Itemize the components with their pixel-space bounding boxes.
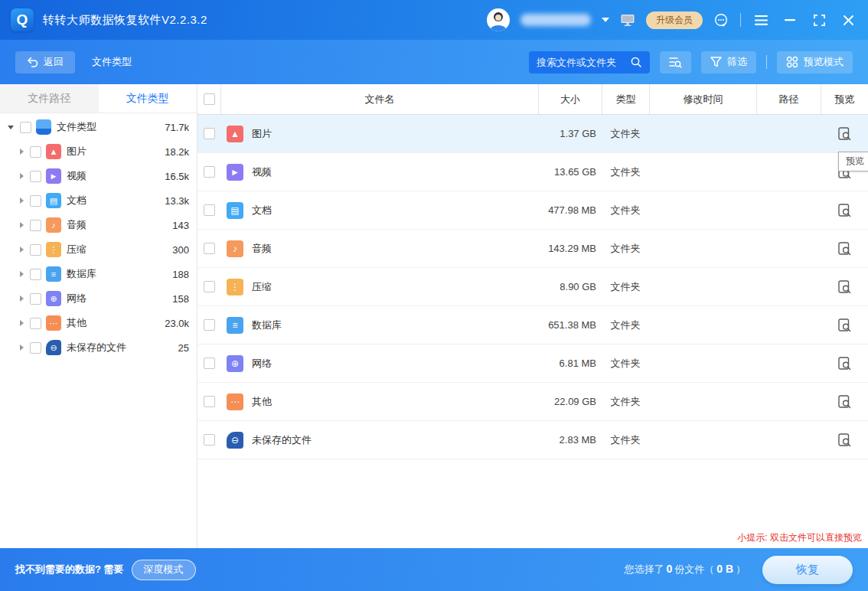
- preview-cell: [821, 202, 868, 219]
- tree-item-network[interactable]: ⊕网络158: [0, 286, 197, 311]
- tree-item-other[interactable]: ⋯其他23.0k: [0, 311, 197, 335]
- row-checkbox[interactable]: [204, 396, 215, 407]
- tree-item-image[interactable]: ▲图片18.2k: [0, 139, 197, 164]
- monitor-icon[interactable]: [620, 13, 635, 27]
- filter-button[interactable]: 筛选: [701, 51, 756, 73]
- tree-item-unsaved[interactable]: ⊖未保存的文件25: [0, 335, 197, 360]
- preview-button[interactable]: [837, 126, 853, 142]
- tree-item-count: 300: [172, 244, 189, 256]
- tree-checkbox[interactable]: [30, 269, 41, 280]
- tree-item-video[interactable]: ►视频16.5k: [0, 164, 197, 188]
- column-header-type[interactable]: 类型: [602, 84, 649, 114]
- back-button[interactable]: 返回: [15, 51, 75, 73]
- fullscreen-button[interactable]: [810, 11, 828, 29]
- expand-arrow-right-icon[interactable]: [20, 222, 24, 228]
- preview-button[interactable]: [837, 202, 853, 219]
- table-row[interactable]: ▲图片1.37 GB文件夹: [197, 115, 868, 153]
- tree-checkbox[interactable]: [30, 195, 41, 207]
- tree-item-count: 143: [172, 220, 189, 231]
- menu-hamburger-icon[interactable]: [752, 11, 770, 29]
- table-row[interactable]: ⋯其他22.09 GB文件夹: [197, 383, 868, 421]
- row-checkbox[interactable]: [204, 358, 215, 369]
- minimize-button[interactable]: [781, 11, 799, 29]
- recover-button[interactable]: 恢复: [762, 556, 853, 584]
- expand-arrow-right-icon[interactable]: [20, 247, 24, 253]
- expand-arrow-right-icon[interactable]: [20, 296, 24, 302]
- search-in-list-button[interactable]: [660, 51, 691, 73]
- tree-item-label: 其他: [67, 316, 86, 330]
- archive-icon: ⋮: [46, 242, 61, 257]
- support-headset-icon[interactable]: [713, 12, 729, 28]
- grid-view-icon: [786, 56, 798, 68]
- table-row[interactable]: ►视频13.65 GB文件夹: [197, 153, 868, 191]
- file-type: 文件夹: [602, 318, 649, 332]
- user-avatar[interactable]: [487, 8, 510, 31]
- expand-arrow-right-icon[interactable]: [20, 271, 24, 277]
- preview-button[interactable]: [837, 240, 853, 257]
- deep-mode-button[interactable]: 深度模式: [132, 560, 196, 580]
- tab-file-type[interactable]: 文件类型: [99, 84, 197, 113]
- table-row[interactable]: ≡数据库651.38 MB文件夹: [197, 306, 868, 344]
- tree-checkbox[interactable]: [30, 318, 41, 329]
- row-checkbox-cell: [197, 243, 220, 254]
- preview-cell: [821, 279, 868, 296]
- column-header-preview[interactable]: 预览: [821, 84, 868, 114]
- table-row[interactable]: ⋮压缩8.90 GB文件夹: [197, 268, 868, 306]
- expand-arrow-right-icon[interactable]: [20, 149, 24, 155]
- preview-button[interactable]: [837, 393, 853, 410]
- table-row[interactable]: ♪音频143.29 MB文件夹: [197, 230, 868, 268]
- row-checkbox[interactable]: [204, 281, 215, 292]
- column-header-path[interactable]: 路径: [756, 84, 821, 114]
- row-checkbox[interactable]: [204, 243, 215, 254]
- tree-checkbox[interactable]: [20, 122, 31, 133]
- table-row[interactable]: ⊖未保存的文件2.83 MB文件夹: [197, 421, 868, 459]
- expand-arrow-right-icon[interactable]: [20, 320, 24, 326]
- tree-checkbox[interactable]: [30, 342, 41, 354]
- tree-checkbox[interactable]: [30, 293, 41, 305]
- row-checkbox[interactable]: [204, 319, 215, 331]
- table-row[interactable]: ▤文档477.98 MB文件夹: [197, 191, 868, 230]
- column-header-size[interactable]: 大小: [538, 84, 602, 114]
- tree-item-count: 18.2k: [165, 146, 189, 158]
- expand-arrow-right-icon[interactable]: [20, 198, 24, 204]
- tree-checkbox[interactable]: [30, 171, 41, 182]
- tree-item-database[interactable]: ≡数据库188: [0, 262, 197, 286]
- tree-checkbox[interactable]: [30, 146, 41, 158]
- preview-button[interactable]: [837, 279, 853, 296]
- upgrade-membership-button[interactable]: 升级会员: [646, 11, 703, 29]
- file-name-cell: ⊖未保存的文件: [220, 432, 538, 449]
- search-icon[interactable]: [630, 56, 642, 68]
- expand-arrow-right-icon[interactable]: [20, 173, 24, 179]
- row-checkbox[interactable]: [204, 166, 215, 178]
- tree-item-document[interactable]: ▤文档13.3k: [0, 188, 197, 213]
- preview-cell: [821, 240, 868, 257]
- back-arrow-icon: [27, 57, 38, 67]
- tree-checkbox[interactable]: [30, 220, 41, 231]
- column-header-filename[interactable]: 文件名: [220, 84, 538, 114]
- tree-item-drive[interactable]: 文件类型71.7k: [0, 115, 197, 139]
- tab-file-path[interactable]: 文件路径: [0, 84, 99, 113]
- tree-checkbox[interactable]: [30, 244, 41, 256]
- tree-item-archive[interactable]: ⋮压缩300: [0, 237, 197, 262]
- search-input[interactable]: [537, 57, 630, 68]
- preview-button[interactable]: [837, 432, 853, 449]
- expand-arrow-down-icon[interactable]: [8, 126, 14, 129]
- video-icon: ►: [46, 168, 61, 184]
- close-button[interactable]: [839, 11, 857, 29]
- preview-button[interactable]: [837, 355, 853, 372]
- chevron-down-icon[interactable]: [602, 18, 609, 22]
- table-row[interactable]: ⊕网络6.81 MB文件夹: [197, 344, 868, 383]
- column-header-modified[interactable]: 修改时间: [649, 84, 756, 114]
- search-box[interactable]: [529, 51, 650, 73]
- expand-arrow-right-icon[interactable]: [20, 344, 24, 351]
- preview-button[interactable]: [837, 317, 853, 334]
- tree-item-audio[interactable]: ♪音频143: [0, 213, 197, 237]
- row-checkbox[interactable]: [204, 128, 215, 139]
- tree-item-label: 未保存的文件: [67, 341, 126, 354]
- select-all-checkbox[interactable]: [204, 93, 215, 105]
- row-checkbox[interactable]: [204, 434, 215, 446]
- tree-item-label: 网络: [67, 292, 86, 305]
- row-checkbox[interactable]: [204, 204, 215, 216]
- row-checkbox-cell: [197, 166, 220, 178]
- preview-mode-button[interactable]: 预览模式: [777, 51, 853, 73]
